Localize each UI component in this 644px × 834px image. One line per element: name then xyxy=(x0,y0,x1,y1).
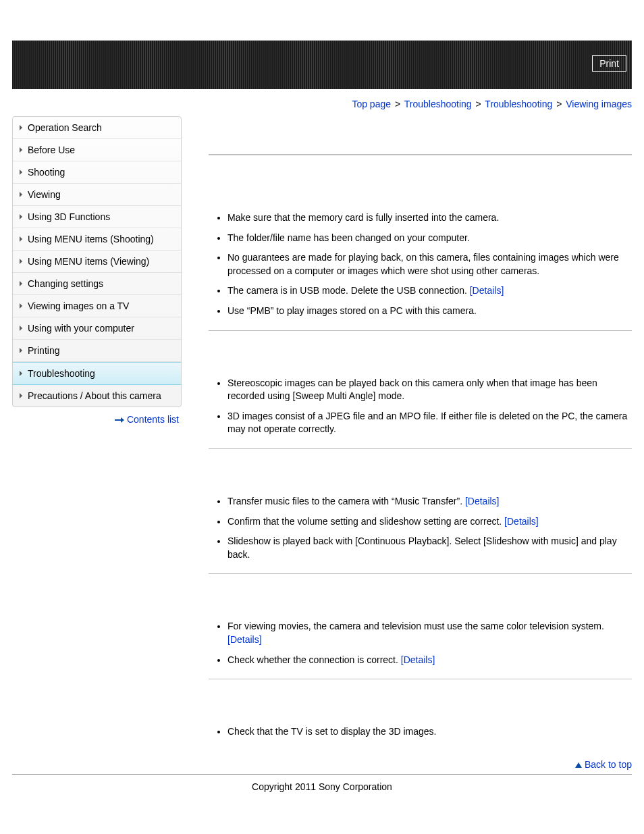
list-item-text: For viewing movies, the camera and telev… xyxy=(227,621,604,631)
list-item: Use “PMB” to play images stored on a PC … xyxy=(227,305,632,318)
back-to-top-link[interactable]: Back to top xyxy=(585,759,632,770)
list-item: Stereoscopic images can be played back o… xyxy=(227,377,632,403)
divider xyxy=(209,330,632,331)
list-item-text: Transfer music files to the camera with … xyxy=(227,496,465,506)
breadcrumb-sep: > xyxy=(476,99,481,109)
print-button[interactable]: Print xyxy=(592,55,626,72)
sidebar-item[interactable]: Before Use xyxy=(13,139,181,161)
list-item-text: No guarantees are made for playing back,… xyxy=(227,252,619,276)
svg-marker-1 xyxy=(121,417,124,423)
contents-list-row: Contents list xyxy=(12,407,182,425)
breadcrumb: Top page > Troubleshooting > Troubleshoo… xyxy=(12,89,632,116)
breadcrumb-link[interactable]: Top page xyxy=(352,99,391,109)
list-item: Make sure that the memory card is fully … xyxy=(227,211,632,225)
breadcrumb-link[interactable]: Troubleshooting xyxy=(404,99,472,109)
list-item: Confirm that the volume setting and slid… xyxy=(227,515,632,529)
back-to-top-row: Back to top xyxy=(209,746,632,774)
list-item-text: The folder/file name has been changed on… xyxy=(227,232,470,243)
list-item-text: Check whether the connection is correct. xyxy=(227,654,401,665)
list-item-text: Stereoscopic images can be played back o… xyxy=(227,377,597,402)
sidebar-item[interactable]: Viewing xyxy=(13,184,181,206)
bullet-list: Stereoscopic images can be played back o… xyxy=(209,377,632,436)
list-item: For viewing movies, the camera and telev… xyxy=(227,620,632,646)
sidebar-item[interactable]: Precautions / About this camera xyxy=(13,385,181,407)
list-item-text: The camera is in USB mode. Delete the US… xyxy=(227,285,470,296)
contents-list-link[interactable]: Contents list xyxy=(127,414,179,425)
arrow-right-icon xyxy=(115,417,124,423)
list-item: 3D images consist of a JPEG file and an … xyxy=(227,410,632,436)
divider xyxy=(209,154,632,155)
bullet-list: Transfer music files to the camera with … xyxy=(209,495,632,561)
breadcrumb-current: Viewing images xyxy=(566,99,632,109)
list-item-text: Check that the TV is set to display the … xyxy=(227,726,436,737)
list-item: Check that the TV is set to display the … xyxy=(227,725,632,739)
list-item: The folder/file name has been changed on… xyxy=(227,232,632,245)
sidebar-item[interactable]: Using with your computer xyxy=(13,317,181,340)
bullet-list: For viewing movies, the camera and telev… xyxy=(209,620,632,667)
details-link[interactable]: [Details] xyxy=(227,634,262,645)
sidebar-item[interactable]: Changing settings xyxy=(13,273,181,295)
details-link[interactable]: [Details] xyxy=(470,285,504,296)
list-item: Check whether the connection is correct.… xyxy=(227,654,632,667)
sidebar-item[interactable]: Shooting xyxy=(13,161,181,184)
divider xyxy=(209,573,632,574)
copyright-text: Copyright 2011 Sony Corporation xyxy=(12,775,632,812)
triangle-up-icon xyxy=(575,762,582,768)
bullet-list: Check that the TV is set to display the … xyxy=(209,725,632,739)
breadcrumb-sep: > xyxy=(395,99,400,109)
header-bar: Print xyxy=(12,41,632,89)
list-item-text: Use “PMB” to play images stored on a PC … xyxy=(227,305,477,316)
list-item-text: Confirm that the volume setting and slid… xyxy=(227,516,504,527)
list-item-text: 3D images consist of a JPEG file and an … xyxy=(227,411,627,435)
list-item-text: Slideshow is played back with [Continuou… xyxy=(227,536,617,560)
breadcrumb-sep: > xyxy=(556,99,562,109)
sidebar-nav: Operation SearchBefore UseShootingViewin… xyxy=(12,116,182,407)
sidebar-item[interactable]: Printing xyxy=(13,340,181,362)
list-item: No guarantees are made for playing back,… xyxy=(227,251,632,278)
sidebar-item[interactable]: Using 3D Functions xyxy=(13,206,181,228)
list-item-text: Make sure that the memory card is fully … xyxy=(227,212,499,223)
list-item: Transfer music files to the camera with … xyxy=(227,495,632,509)
list-item: The camera is in USB mode. Delete the US… xyxy=(227,284,632,298)
details-link[interactable]: [Details] xyxy=(465,496,500,506)
divider xyxy=(209,448,632,449)
details-link[interactable]: [Details] xyxy=(401,654,435,665)
sidebar-item[interactable]: Troubleshooting xyxy=(13,362,181,385)
list-item: Slideshow is played back with [Continuou… xyxy=(227,535,632,561)
sidebar-item[interactable]: Operation Search xyxy=(13,117,181,139)
main-content: Make sure that the memory card is fully … xyxy=(182,116,632,774)
sidebar-item[interactable]: Using MENU items (Shooting) xyxy=(13,228,181,251)
breadcrumb-link[interactable]: Troubleshooting xyxy=(485,99,552,109)
divider xyxy=(209,679,632,679)
details-link[interactable]: [Details] xyxy=(504,516,539,527)
page-number: 257 xyxy=(12,812,632,834)
bullet-list: Make sure that the memory card is fully … xyxy=(209,211,632,318)
sidebar-item[interactable]: Viewing images on a TV xyxy=(13,295,181,317)
sidebar-item[interactable]: Using MENU items (Viewing) xyxy=(13,251,181,273)
